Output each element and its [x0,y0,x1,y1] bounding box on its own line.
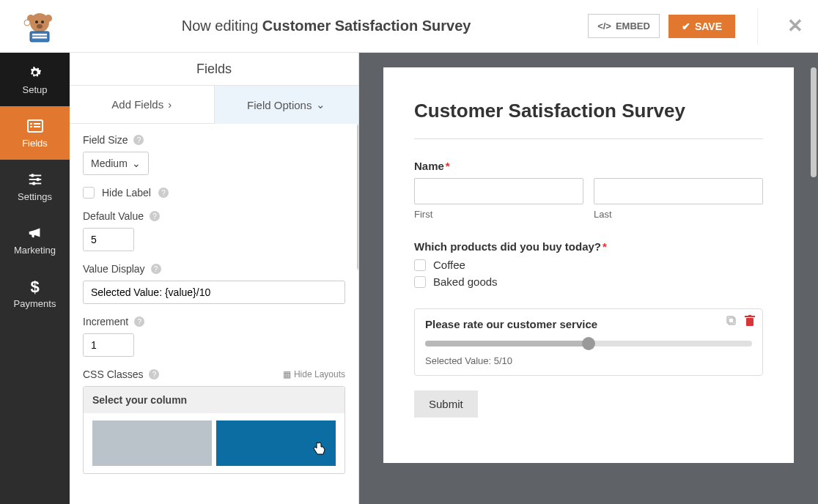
products-label: Which products did you buy today? [414,240,601,253]
field-size-value: Medium [91,158,128,169]
sidebar-item-fields[interactable]: Fields [0,106,70,160]
checkbox-coffee[interactable] [414,259,426,271]
sliders-icon [26,171,44,188]
first-name-input[interactable] [414,178,583,204]
sidebar-item-payments[interactable]: $ Payments [0,267,70,320]
sidebar-item-label: Payments [14,298,56,309]
divider [757,8,758,45]
checkbox-baked-goods[interactable] [414,276,426,288]
svg-rect-13 [30,126,32,127]
form-name: Customer Satisfaction Survey [262,18,471,34]
duplicate-icon[interactable] [726,315,737,329]
panel-tabs: Add Fields › Field Options ⌄ [70,86,358,124]
tab-field-options[interactable]: Field Options ⌄ [215,86,359,124]
svg-point-4 [41,21,44,23]
close-icon[interactable]: ✕ [787,15,803,37]
first-sublabel: First [414,209,583,220]
chevron-right-icon: › [168,98,172,111]
svg-rect-11 [30,123,32,125]
chevron-down-icon: ⌄ [132,158,141,169]
value-display-label: Value Display [83,263,145,275]
tab-add-fields[interactable]: Add Fields › [70,86,215,124]
form-canvas: Customer Satisfaction Survey Name* First… [383,67,794,463]
svg-point-5 [37,24,43,29]
grid-icon: ▦ [283,369,291,379]
help-icon[interactable]: ? [149,369,159,379]
value-display-input[interactable] [83,281,345,304]
help-icon[interactable]: ? [150,211,160,221]
increment-input[interactable] [83,333,134,357]
form-icon [26,117,44,135]
column-option-2[interactable] [216,420,336,466]
sidebar: Setup Fields Settings Marketing $ Paymen… [0,53,70,504]
required-marker: * [603,240,607,253]
svg-point-19 [36,178,40,182]
code-icon: </> [597,21,611,32]
column-selector: Select your column [83,386,345,474]
help-icon[interactable]: ? [158,188,169,198]
default-value-label: Default Value [83,210,144,222]
embed-button[interactable]: </> EMBED [588,14,660,38]
hide-label-text: Hide Label [102,187,151,199]
required-marker: * [446,160,450,172]
help-icon[interactable]: ? [151,264,161,274]
topbar: Now editing Customer Satisfaction Survey… [0,0,818,53]
svg-rect-7 [32,34,47,36]
svg-text:$: $ [30,278,39,294]
hide-layouts-button[interactable]: ▦ Hide Layouts [283,369,345,379]
gear-icon [26,64,44,81]
slider-field[interactable]: Please rate our customer service Selecte… [414,308,763,376]
default-value-input[interactable] [83,228,134,251]
sidebar-item-label: Fields [22,138,48,149]
checkbox-label: Coffee [433,259,465,271]
name-label: Name [414,160,444,172]
embed-label: EMBED [616,21,650,32]
chevron-down-icon: ⌄ [316,98,325,111]
options-panel: Fields Add Fields › Field Options ⌄ Fiel… [70,53,359,504]
svg-rect-14 [34,126,40,127]
hide-label-checkbox[interactable] [83,187,95,199]
scrollbar-thumb[interactable] [811,67,817,177]
css-classes-label: CSS Classes [83,368,143,380]
svg-point-3 [35,21,38,23]
submit-button[interactable]: Submit [414,390,478,418]
sidebar-item-setup[interactable]: Setup [0,53,70,106]
help-icon[interactable]: ? [134,316,144,327]
slider-track[interactable] [425,338,752,349]
slider-value-text: Selected Value: 5/10 [425,355,752,366]
slider-label: Please rate our customer service [425,318,752,330]
svg-rect-8 [32,37,47,39]
last-name-input[interactable] [594,178,763,204]
app-logo [15,8,65,45]
slider-thumb[interactable] [582,337,595,350]
name-field: Name* First Last [414,160,763,220]
sidebar-item-settings[interactable]: Settings [0,160,70,213]
tab-label: Field Options [247,99,312,111]
products-field: Which products did you buy today?* Coffe… [414,240,763,288]
svg-point-20 [32,182,35,185]
svg-point-2 [45,15,52,22]
sidebar-item-label: Marketing [14,245,56,256]
last-sublabel: Last [594,209,763,220]
increment-label: Increment [83,316,128,327]
column-selector-title: Select your column [84,387,344,413]
save-label: SAVE [695,21,722,32]
scrollbar-thumb[interactable] [357,124,358,270]
trash-icon[interactable] [745,315,755,329]
editing-prefix: Now editing [182,18,262,34]
hide-layouts-label: Hide Layouts [294,369,345,379]
svg-rect-12 [34,123,40,125]
svg-rect-24 [746,318,753,326]
sidebar-item-marketing[interactable]: Marketing [0,213,70,267]
tab-label: Add Fields [111,98,163,111]
help-icon[interactable]: ? [133,135,144,145]
column-option-1[interactable] [92,420,212,466]
save-button[interactable]: ✔ SAVE [668,15,735,38]
field-size-label: Field Size [83,134,128,146]
form-preview: Customer Satisfaction Survey Name* First… [359,53,818,504]
megaphone-icon [26,224,44,242]
field-size-select[interactable]: Medium ⌄ [83,152,149,175]
panel-title: Fields [70,53,358,86]
form-title: Customer Satisfaction Survey [414,100,763,122]
divider [414,138,763,139]
